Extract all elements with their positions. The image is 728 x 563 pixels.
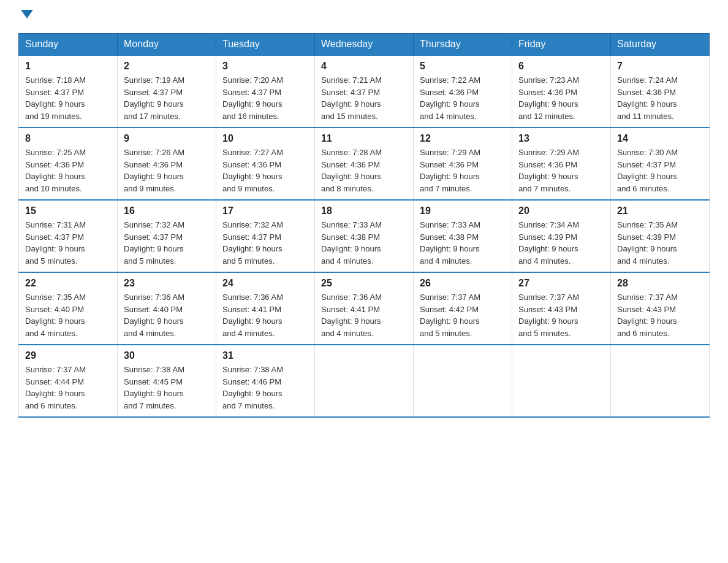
calendar-cell: 20 Sunrise: 7:34 AM Sunset: 4:39 PM Dayl… (512, 200, 611, 272)
day-info: Sunrise: 7:24 AM Sunset: 4:36 PM Dayligh… (617, 74, 703, 122)
calendar-header-tuesday: Tuesday (216, 34, 315, 56)
day-info: Sunrise: 7:38 AM Sunset: 4:45 PM Dayligh… (124, 364, 210, 412)
day-info: Sunrise: 7:36 AM Sunset: 4:41 PM Dayligh… (222, 291, 308, 339)
calendar-cell: 13 Sunrise: 7:29 AM Sunset: 4:36 PM Dayl… (512, 128, 611, 200)
day-info: Sunrise: 7:32 AM Sunset: 4:37 PM Dayligh… (222, 219, 308, 267)
calendar-cell: 6 Sunrise: 7:23 AM Sunset: 4:36 PM Dayli… (512, 55, 611, 128)
day-number: 22 (25, 278, 111, 289)
calendar-cell: 2 Sunrise: 7:19 AM Sunset: 4:37 PM Dayli… (118, 55, 216, 128)
day-number: 23 (124, 278, 210, 289)
day-info: Sunrise: 7:37 AM Sunset: 4:44 PM Dayligh… (25, 364, 111, 412)
day-number: 31 (222, 350, 308, 361)
calendar-cell: 16 Sunrise: 7:32 AM Sunset: 4:37 PM Dayl… (118, 200, 216, 272)
day-info: Sunrise: 7:32 AM Sunset: 4:37 PM Dayligh… (124, 219, 210, 267)
calendar-week-row: 22 Sunrise: 7:35 AM Sunset: 4:40 PM Dayl… (19, 272, 710, 345)
calendar-cell: 24 Sunrise: 7:36 AM Sunset: 4:41 PM Dayl… (216, 272, 315, 345)
day-number: 27 (518, 278, 604, 289)
calendar-cell: 27 Sunrise: 7:37 AM Sunset: 4:43 PM Dayl… (512, 272, 611, 345)
calendar-week-row: 29 Sunrise: 7:37 AM Sunset: 4:44 PM Dayl… (19, 345, 710, 417)
day-number: 9 (124, 133, 210, 144)
calendar-week-row: 8 Sunrise: 7:25 AM Sunset: 4:36 PM Dayli… (19, 128, 710, 200)
calendar-cell: 14 Sunrise: 7:30 AM Sunset: 4:37 PM Dayl… (611, 128, 710, 200)
day-number: 8 (25, 133, 111, 144)
day-number: 1 (25, 61, 111, 72)
day-number: 19 (420, 205, 506, 216)
calendar-cell: 19 Sunrise: 7:33 AM Sunset: 4:38 PM Dayl… (414, 200, 512, 272)
day-info: Sunrise: 7:33 AM Sunset: 4:38 PM Dayligh… (420, 219, 506, 267)
calendar-cell: 7 Sunrise: 7:24 AM Sunset: 4:36 PM Dayli… (611, 55, 710, 128)
day-number: 21 (617, 205, 703, 216)
day-number: 17 (222, 205, 308, 216)
day-number: 28 (617, 278, 703, 289)
day-number: 11 (321, 133, 407, 144)
day-number: 26 (420, 278, 506, 289)
calendar-cell: 28 Sunrise: 7:37 AM Sunset: 4:43 PM Dayl… (611, 272, 710, 345)
day-info: Sunrise: 7:34 AM Sunset: 4:39 PM Dayligh… (518, 219, 604, 267)
day-info: Sunrise: 7:21 AM Sunset: 4:37 PM Dayligh… (321, 74, 407, 122)
day-number: 25 (321, 278, 407, 289)
day-info: Sunrise: 7:38 AM Sunset: 4:46 PM Dayligh… (222, 364, 308, 412)
day-number: 29 (25, 350, 111, 361)
day-info: Sunrise: 7:30 AM Sunset: 4:37 PM Dayligh… (617, 147, 703, 194)
day-number: 12 (420, 133, 506, 144)
logo-triangle-icon (21, 10, 33, 18)
day-info: Sunrise: 7:23 AM Sunset: 4:36 PM Dayligh… (518, 74, 604, 122)
calendar-header-saturday: Saturday (611, 34, 710, 56)
day-number: 24 (222, 278, 308, 289)
calendar-cell: 29 Sunrise: 7:37 AM Sunset: 4:44 PM Dayl… (19, 345, 118, 417)
calendar-cell: 21 Sunrise: 7:35 AM Sunset: 4:39 PM Dayl… (611, 200, 710, 272)
calendar-cell: 3 Sunrise: 7:20 AM Sunset: 4:37 PM Dayli… (216, 55, 315, 128)
calendar-cell: 22 Sunrise: 7:35 AM Sunset: 4:40 PM Dayl… (19, 272, 118, 345)
day-info: Sunrise: 7:37 AM Sunset: 4:43 PM Dayligh… (617, 291, 703, 339)
day-info: Sunrise: 7:29 AM Sunset: 4:36 PM Dayligh… (420, 147, 506, 194)
day-number: 5 (420, 61, 506, 72)
calendar-cell: 12 Sunrise: 7:29 AM Sunset: 4:36 PM Dayl… (414, 128, 512, 200)
calendar-header-wednesday: Wednesday (315, 34, 414, 56)
calendar-header-row: SundayMondayTuesdayWednesdayThursdayFrid… (19, 34, 710, 56)
calendar-table: SundayMondayTuesdayWednesdayThursdayFrid… (18, 33, 710, 418)
day-number: 14 (617, 133, 703, 144)
day-number: 4 (321, 61, 407, 72)
day-info: Sunrise: 7:19 AM Sunset: 4:37 PM Dayligh… (124, 74, 210, 122)
day-info: Sunrise: 7:35 AM Sunset: 4:39 PM Dayligh… (617, 219, 703, 267)
logo (18, 12, 33, 21)
day-info: Sunrise: 7:37 AM Sunset: 4:43 PM Dayligh… (518, 291, 604, 339)
day-number: 7 (617, 61, 703, 72)
calendar-cell: 11 Sunrise: 7:28 AM Sunset: 4:36 PM Dayl… (315, 128, 414, 200)
calendar-cell: 15 Sunrise: 7:31 AM Sunset: 4:37 PM Dayl… (19, 200, 118, 272)
day-info: Sunrise: 7:37 AM Sunset: 4:42 PM Dayligh… (420, 291, 506, 339)
day-info: Sunrise: 7:33 AM Sunset: 4:38 PM Dayligh… (321, 219, 407, 267)
calendar-header-friday: Friday (512, 34, 611, 56)
calendar-cell (414, 345, 512, 417)
day-number: 10 (222, 133, 308, 144)
day-info: Sunrise: 7:31 AM Sunset: 4:37 PM Dayligh… (25, 219, 111, 267)
calendar-cell (611, 345, 710, 417)
calendar-cell: 17 Sunrise: 7:32 AM Sunset: 4:37 PM Dayl… (216, 200, 315, 272)
calendar-cell: 30 Sunrise: 7:38 AM Sunset: 4:45 PM Dayl… (118, 345, 216, 417)
day-info: Sunrise: 7:22 AM Sunset: 4:36 PM Dayligh… (420, 74, 506, 122)
calendar-cell: 18 Sunrise: 7:33 AM Sunset: 4:38 PM Dayl… (315, 200, 414, 272)
calendar-cell: 31 Sunrise: 7:38 AM Sunset: 4:46 PM Dayl… (216, 345, 315, 417)
calendar-cell: 26 Sunrise: 7:37 AM Sunset: 4:42 PM Dayl… (414, 272, 512, 345)
day-info: Sunrise: 7:28 AM Sunset: 4:36 PM Dayligh… (321, 147, 407, 194)
calendar-cell: 5 Sunrise: 7:22 AM Sunset: 4:36 PM Dayli… (414, 55, 512, 128)
page-header (18, 12, 710, 21)
day-number: 18 (321, 205, 407, 216)
calendar-cell: 23 Sunrise: 7:36 AM Sunset: 4:40 PM Dayl… (118, 272, 216, 345)
calendar-cell: 8 Sunrise: 7:25 AM Sunset: 4:36 PM Dayli… (19, 128, 118, 200)
calendar-cell: 10 Sunrise: 7:27 AM Sunset: 4:36 PM Dayl… (216, 128, 315, 200)
day-info: Sunrise: 7:26 AM Sunset: 4:36 PM Dayligh… (124, 147, 210, 194)
calendar-week-row: 1 Sunrise: 7:18 AM Sunset: 4:37 PM Dayli… (19, 55, 710, 128)
day-info: Sunrise: 7:35 AM Sunset: 4:40 PM Dayligh… (25, 291, 111, 339)
day-info: Sunrise: 7:36 AM Sunset: 4:40 PM Dayligh… (124, 291, 210, 339)
day-info: Sunrise: 7:29 AM Sunset: 4:36 PM Dayligh… (518, 147, 604, 194)
day-info: Sunrise: 7:18 AM Sunset: 4:37 PM Dayligh… (25, 74, 111, 122)
day-number: 16 (124, 205, 210, 216)
day-info: Sunrise: 7:36 AM Sunset: 4:41 PM Dayligh… (321, 291, 407, 339)
day-number: 6 (518, 61, 604, 72)
calendar-week-row: 15 Sunrise: 7:31 AM Sunset: 4:37 PM Dayl… (19, 200, 710, 272)
day-number: 2 (124, 61, 210, 72)
calendar-header-thursday: Thursday (414, 34, 512, 56)
day-number: 15 (25, 205, 111, 216)
day-number: 30 (124, 350, 210, 361)
